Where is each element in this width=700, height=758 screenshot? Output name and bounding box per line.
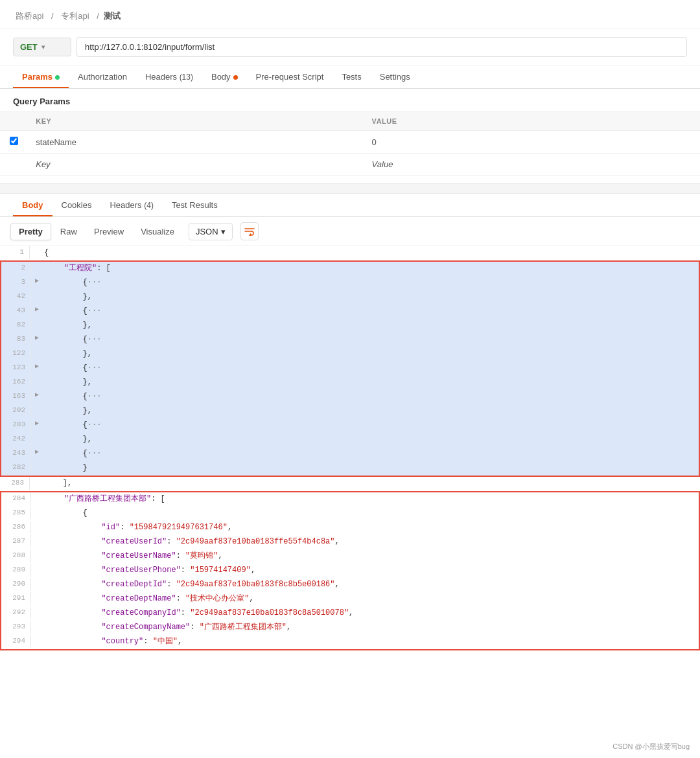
param-key-1[interactable]: stateName: [28, 131, 364, 154]
param-value-1[interactable]: 0: [364, 131, 700, 154]
line-number: 242: [1, 433, 31, 446]
line-content: "createCompanyId": "2c949aaf837e10ba0183…: [43, 606, 699, 620]
code-line: 287 "createUserId": "2c949aaf837e10ba018…: [1, 535, 699, 549]
method-label: GET: [20, 42, 38, 52]
breadcrumb-item-3: 测试: [104, 11, 121, 21]
code-area: 1{2 "工程院": [3▶ {···42 },43▶ {···82 },83▶…: [0, 246, 700, 650]
line-content: "country": "中国",: [43, 635, 699, 649]
line-toggle-btn[interactable]: ▶: [31, 333, 43, 343]
line-content: {: [43, 507, 699, 520]
code-line: 122 },: [1, 347, 699, 362]
line-number: 290: [1, 578, 31, 591]
tab-body[interactable]: Body: [202, 65, 247, 88]
code-line: 288 "createUserName": "莫昀锦",: [1, 549, 699, 564]
line-content: "广西路桥工程集团本部": [: [43, 492, 699, 506]
params-table: KEY VALUE stateName 0 Key Value: [0, 111, 700, 176]
tab-settings[interactable]: Settings: [371, 65, 419, 88]
breadcrumb-sep-2: /: [97, 11, 101, 21]
code-line: 285 {: [1, 507, 699, 521]
line-toggle-btn[interactable]: ▶: [31, 419, 43, 429]
line-content: },: [43, 404, 699, 418]
line-number: 294: [1, 635, 31, 648]
breadcrumb: 路桥api / 专利api / 测试: [0, 0, 700, 29]
code-line: 294 "country": "中国",: [1, 635, 699, 649]
line-number: 82: [1, 319, 31, 332]
param-checkbox-new: [0, 154, 28, 176]
tab-params[interactable]: Params: [13, 65, 69, 88]
code-line: 83▶ {···: [1, 333, 699, 347]
line-content: {···: [43, 390, 699, 404]
response-tab-headers[interactable]: Headers (4): [100, 194, 162, 216]
headers-badge: (13): [180, 73, 193, 82]
line-number: 1: [0, 246, 30, 259]
param-row-1: stateName 0: [0, 131, 700, 154]
line-number: 282: [1, 461, 31, 474]
tab-headers[interactable]: Headers (13): [136, 65, 202, 88]
line-toggle-btn[interactable]: ▶: [31, 276, 43, 286]
response-tab-test-results[interactable]: Test Results: [163, 194, 227, 216]
code-line: 283 ],: [0, 477, 700, 491]
line-content: ],: [41, 477, 700, 490]
col-key: KEY: [28, 112, 364, 131]
request-tabs: Params Authorization Headers (13) Body P…: [0, 65, 700, 89]
line-content: "createUserName": "莫昀锦",: [43, 549, 699, 563]
line-toggle-btn[interactable]: ▶: [31, 447, 43, 457]
tab-tests[interactable]: Tests: [332, 65, 370, 88]
breadcrumb-item-2[interactable]: 专利api: [61, 11, 89, 21]
line-toggle-btn[interactable]: ▶: [31, 304, 43, 315]
line-number: 43: [1, 304, 31, 317]
line-content: },: [43, 376, 699, 389]
line-content: "id": "1598479219497631746",: [43, 521, 699, 534]
format-toolbar: Pretty Raw Preview Visualize JSON ▾: [0, 217, 700, 246]
line-number: 163: [1, 390, 31, 403]
response-tab-body[interactable]: Body: [13, 194, 52, 216]
code-line: 202 },: [1, 404, 699, 419]
code-line: 43▶ {···: [1, 304, 699, 319]
tab-pre-request-script[interactable]: Pre-request Script: [247, 65, 333, 88]
line-number: 285: [1, 507, 31, 520]
code-line: 291 "createDeptName": "技术中心办公室",: [1, 592, 699, 606]
line-content: {: [41, 246, 700, 260]
format-pretty-btn[interactable]: Pretty: [10, 223, 51, 240]
line-number: 292: [1, 606, 31, 619]
col-value: VALUE: [364, 112, 700, 131]
code-line: 290 "createDeptId": "2c949aaf837e10ba018…: [1, 578, 699, 592]
line-number: 202: [1, 404, 31, 417]
param-value-new[interactable]: Value: [364, 154, 700, 176]
code-line: 293 "createCompanyName": "广西路桥工程集团本部",: [1, 621, 699, 635]
line-number: 286: [1, 521, 31, 534]
code-line: 286 "id": "1598479219497631746",: [1, 521, 699, 535]
line-number: 289: [1, 564, 31, 577]
response-tab-cookies[interactable]: Cookies: [52, 194, 101, 216]
line-content: {···: [43, 447, 699, 461]
line-content: "createUserPhone": "15974147409",: [43, 564, 699, 577]
format-preview-btn[interactable]: Preview: [86, 224, 132, 240]
highlight-box-1: 2 "工程院": [3▶ {···42 },43▶ {···82 },83▶ {…: [0, 260, 700, 477]
line-number: 42: [1, 290, 31, 303]
line-content: },: [43, 433, 699, 446]
code-line: 2 "工程院": [: [1, 262, 699, 276]
breadcrumb-item-1[interactable]: 路桥api: [16, 11, 43, 21]
line-content: "createDeptName": "技术中心办公室",: [43, 592, 699, 606]
param-checkbox-1[interactable]: [0, 131, 28, 154]
wrap-icon[interactable]: [240, 222, 259, 240]
format-chevron-icon: ▾: [221, 227, 226, 236]
line-toggle-btn[interactable]: ▶: [31, 362, 43, 372]
line-content: }: [43, 461, 699, 475]
format-json-label: JSON: [196, 227, 218, 236]
code-line: 243▶ {···: [1, 447, 699, 461]
line-content: },: [43, 319, 699, 332]
tab-authorization[interactable]: Authorization: [69, 65, 136, 88]
format-raw-btn[interactable]: Raw: [52, 224, 85, 240]
param-key-new[interactable]: Key: [28, 154, 364, 176]
line-content: "工程院": [: [43, 262, 699, 275]
method-selector[interactable]: GET ▾: [13, 38, 71, 56]
line-content: "createCompanyName": "广西路桥工程集团本部",: [43, 621, 699, 634]
url-input[interactable]: [76, 37, 687, 57]
param-row-new: Key Value: [0, 154, 700, 176]
line-number: 203: [1, 419, 31, 431]
line-toggle-btn[interactable]: ▶: [31, 390, 43, 400]
format-visualize-btn[interactable]: Visualize: [133, 224, 182, 240]
code-line: 282 }: [1, 461, 699, 476]
format-json-selector[interactable]: JSON ▾: [189, 223, 233, 240]
